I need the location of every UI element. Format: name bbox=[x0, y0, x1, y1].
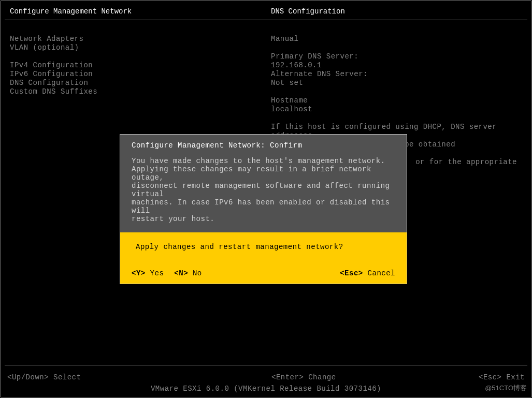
cancel-label: Cancel bbox=[363, 269, 395, 277]
info-spacer2 bbox=[271, 87, 517, 96]
menu-spacer bbox=[10, 52, 271, 61]
no-key: <N> bbox=[174, 269, 188, 277]
dialog-footer: <Y> Yes <N> No <Esc> Cancel bbox=[120, 256, 407, 284]
menu-item-network-adapters[interactable]: Network Adapters bbox=[10, 35, 271, 43]
divider-bottom bbox=[5, 365, 527, 365]
header-right-title: DNS Configuration bbox=[271, 7, 522, 16]
dialog-spacer bbox=[212, 269, 340, 277]
version-bar: VMware ESXi 6.0.0 (VMKernel Release Buil… bbox=[0, 385, 532, 393]
footer-hint-select: <Up/Down> Select bbox=[7, 373, 271, 381]
info-hostname-value: localhost bbox=[271, 105, 517, 114]
cancel-key: <Esc> bbox=[340, 269, 363, 277]
menu-item-dns-config[interactable]: DNS Configuration bbox=[10, 79, 271, 87]
menu-item-ipv6[interactable]: IPv6 Configuration bbox=[10, 70, 271, 79]
footer-hint-change: <Enter> Change bbox=[271, 373, 479, 381]
header-left-title: Configure Management Network bbox=[10, 7, 271, 16]
footer-bar: <Up/Down> Select <Enter> Change <Esc> Ex… bbox=[7, 373, 525, 381]
dialog-prompt: Apply changes and restart management net… bbox=[120, 232, 407, 256]
footer-hint-exit: <Esc> Exit bbox=[479, 373, 525, 381]
menu-item-vlan[interactable]: VLAN (optional) bbox=[10, 43, 271, 52]
confirm-dialog: Configure Management Network: Confirm Yo… bbox=[120, 134, 407, 284]
menu-item-custom-suffixes[interactable]: Custom DNS Suffixes bbox=[10, 87, 271, 96]
info-spacer bbox=[271, 43, 517, 52]
dialog-title: Configure Management Network: Confirm bbox=[120, 135, 407, 154]
header: Configure Management Network DNS Configu… bbox=[0, 0, 532, 20]
yes-button[interactable]: <Y> Yes bbox=[132, 269, 164, 277]
info-alternate-label: Alternate DNS Server: bbox=[271, 70, 517, 79]
info-alternate-value: Not set bbox=[271, 79, 517, 87]
no-label: No bbox=[188, 269, 202, 277]
menu-item-ipv4[interactable]: IPv4 Configuration bbox=[10, 61, 271, 70]
watermark: @51CTO博客 bbox=[485, 384, 527, 393]
info-primary-label: Primary DNS Server: bbox=[271, 52, 517, 61]
dialog-body: You have made changes to the host's mana… bbox=[120, 154, 407, 232]
no-button[interactable]: <N> No bbox=[174, 269, 202, 277]
info-mode: Manual bbox=[271, 35, 517, 43]
yes-label: Yes bbox=[146, 269, 164, 277]
info-spacer3 bbox=[271, 114, 517, 123]
yes-key: <Y> bbox=[132, 269, 146, 277]
cancel-button[interactable]: <Esc> Cancel bbox=[340, 269, 395, 277]
dialog-body-text: You have made changes to the host's mana… bbox=[132, 157, 390, 223]
info-primary-value: 192.168.0.1 bbox=[271, 61, 517, 70]
info-hostname-label: Hostname bbox=[271, 96, 517, 105]
